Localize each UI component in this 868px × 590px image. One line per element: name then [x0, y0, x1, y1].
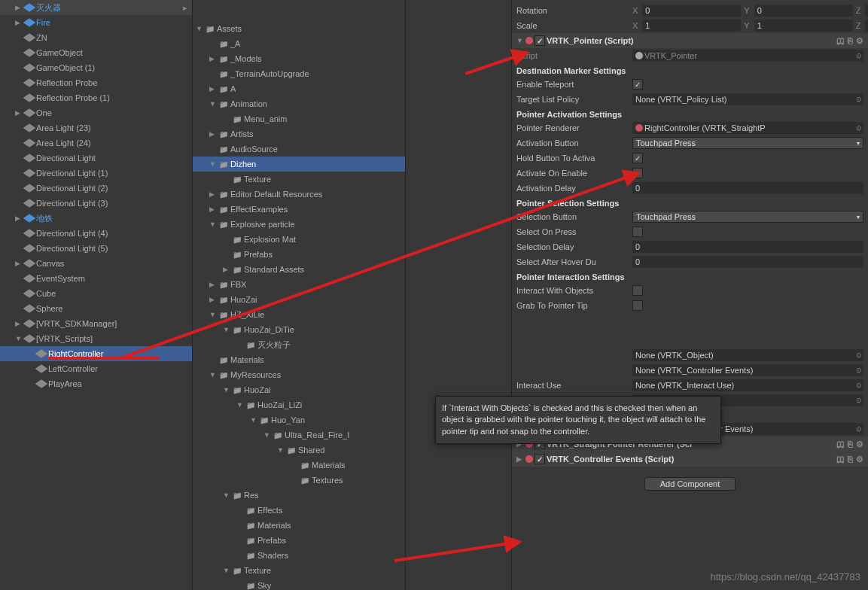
- hierarchy-item[interactable]: ZN: [0, 30, 192, 45]
- hierarchy-item[interactable]: GameObject: [0, 45, 192, 60]
- project-item[interactable]: Materials: [193, 518, 405, 533]
- fold-icon[interactable]: ▼: [209, 371, 218, 379]
- hierarchy-item[interactable]: EventSystem: [0, 271, 192, 286]
- controller-events-field[interactable]: None (VRTK_Controller Events): [632, 364, 863, 376]
- fold-icon[interactable]: ▼: [277, 446, 286, 454]
- project-item[interactable]: Prefabs: [193, 533, 405, 548]
- project-item[interactable]: _A: [193, 36, 405, 51]
- project-item[interactable]: Texture: [193, 172, 405, 187]
- fold-icon[interactable]: ▼: [223, 567, 232, 574]
- scale-z-input[interactable]: [865, 20, 868, 32]
- project-item[interactable]: ▶EffectExamples: [193, 202, 405, 217]
- pointer-renderer-field[interactable]: RightController (VRTK_StraightP: [632, 122, 863, 134]
- hierarchy-item[interactable]: GameObject (1): [0, 60, 192, 75]
- hierarchy-item[interactable]: LeftController: [0, 361, 192, 376]
- project-item[interactable]: ▶Artists: [193, 126, 405, 141]
- rotation-z-input[interactable]: [865, 5, 868, 17]
- project-item[interactable]: _TerrainAutoUpgrade: [193, 66, 405, 81]
- hierarchy-item[interactable]: Sphere: [0, 301, 192, 316]
- selection-button-dropdown[interactable]: Touchpad Press: [632, 211, 863, 223]
- hierarchy-item[interactable]: Directional Light (1): [0, 166, 192, 181]
- project-item[interactable]: ▼Explosive particle: [193, 217, 405, 232]
- project-item[interactable]: ▼Ultra_Real_Fire_I: [193, 427, 405, 442]
- activation-button-dropdown[interactable]: Touchpad Press: [632, 137, 863, 149]
- hierarchy-item[interactable]: PlayArea: [0, 376, 192, 391]
- project-item[interactable]: ▶FBX: [193, 277, 405, 292]
- project-item[interactable]: Textures: [193, 473, 405, 488]
- scale-y-input[interactable]: [754, 20, 853, 32]
- fold-icon[interactable]: ▼: [223, 326, 232, 333]
- project-item[interactable]: ▼Animation: [193, 96, 405, 111]
- project-item[interactable]: 灭火粒子: [193, 337, 405, 352]
- project-item[interactable]: ▶Standard Assets: [193, 262, 405, 277]
- add-component-button[interactable]: Add Component: [644, 477, 736, 491]
- activation-delay-input[interactable]: [632, 182, 863, 194]
- target-list-policy-field[interactable]: None (VRTK_Policy List): [632, 93, 863, 105]
- project-item[interactable]: ▼Huo_Yan: [193, 412, 405, 427]
- hierarchy-item[interactable]: Directional Light (3): [0, 196, 192, 211]
- rotation-y-input[interactable]: [754, 5, 853, 17]
- help-icon[interactable]: 🕮: [836, 36, 845, 46]
- project-item[interactable]: AudioSource: [193, 141, 405, 157]
- project-item[interactable]: ▼HuoZai: [193, 382, 405, 397]
- hierarchy-item[interactable]: Directional Light: [0, 151, 192, 166]
- project-item[interactable]: Menu_anim: [193, 111, 405, 126]
- hierarchy-item[interactable]: RightController: [0, 346, 192, 361]
- enable-teleport-checkbox[interactable]: ✓: [632, 79, 643, 90]
- project-item[interactable]: Effects: [193, 503, 405, 518]
- project-item[interactable]: ▼MyResources: [193, 367, 405, 382]
- hold-button-checkbox[interactable]: ✓: [632, 153, 643, 163]
- hierarchy-item[interactable]: ▶Canvas: [0, 256, 192, 271]
- project-item[interactable]: ▼Texture: [193, 563, 405, 578]
- help-icon[interactable]: 🕮: [836, 439, 845, 449]
- script-field[interactable]: VRTK_Pointer: [632, 50, 863, 62]
- fold-icon[interactable]: ▼: [209, 220, 218, 228]
- fold-icon[interactable]: ▶: [209, 55, 218, 62]
- hierarchy-item[interactable]: Cube: [0, 286, 192, 301]
- project-item[interactable]: Prefabs: [193, 247, 405, 262]
- hierarchy-item[interactable]: Reflection Probe (1): [0, 90, 192, 105]
- project-item[interactable]: Sky: [193, 578, 405, 590]
- fold-icon[interactable]: ▼: [209, 160, 218, 168]
- project-item[interactable]: ▼Res: [193, 488, 405, 503]
- project-item[interactable]: ▼HZ_XiLie: [193, 307, 405, 322]
- hierarchy-item[interactable]: ▼[VRTK_Scripts]: [0, 331, 192, 346]
- interact-use-field[interactable]: None (VRTK_Interact Use): [632, 379, 863, 391]
- fold-icon[interactable]: ▼: [223, 491, 232, 499]
- project-item[interactable]: Materials: [193, 458, 405, 473]
- fold-icon[interactable]: ▼: [209, 100, 218, 108]
- project-item[interactable]: ▼Assets: [193, 21, 405, 36]
- project-item[interactable]: Shaders: [193, 548, 405, 563]
- component-enable-checkbox[interactable]: ✓: [535, 454, 545, 464]
- project-item[interactable]: ▶_Models: [193, 51, 405, 66]
- object-field[interactable]: None (VRTK_Object): [632, 349, 863, 361]
- gear-icon[interactable]: ⚙: [856, 455, 863, 464]
- select-on-press-checkbox[interactable]: [632, 227, 643, 237]
- fold-icon[interactable]: ▶: [223, 266, 232, 273]
- project-item[interactable]: ▶HuoZai: [193, 292, 405, 307]
- select-after-hover-input[interactable]: [632, 256, 863, 268]
- hierarchy-item[interactable]: ▶Fire: [0, 15, 192, 30]
- fold-icon[interactable]: ▶: [209, 190, 218, 198]
- project-item[interactable]: ▼Dizhen: [193, 157, 405, 172]
- hierarchy-item[interactable]: ▶地铁: [0, 211, 192, 226]
- selection-delay-input[interactable]: [632, 241, 863, 253]
- fold-icon[interactable]: ▶: [209, 130, 218, 138]
- preset-icon[interactable]: ⎘: [848, 439, 853, 449]
- fold-icon[interactable]: ▶: [209, 85, 218, 93]
- hierarchy-item[interactable]: ▶灭火器▸: [0, 0, 192, 15]
- gear-icon[interactable]: ⚙: [856, 36, 863, 46]
- vrtk-controller-events-header[interactable]: ▶ ✓ VRTK_Controller Events (Script) 🕮⎘⚙: [512, 452, 868, 467]
- project-item[interactable]: ▼HuoZai_DiTie: [193, 322, 405, 337]
- fold-icon[interactable]: ▼: [196, 25, 205, 32]
- fold-icon[interactable]: ▼: [250, 416, 259, 424]
- scale-x-input[interactable]: [642, 20, 741, 32]
- hierarchy-item[interactable]: Area Light (24): [0, 135, 192, 151]
- interact-with-objects-checkbox[interactable]: [632, 285, 643, 296]
- project-item[interactable]: Explosion Mat: [193, 232, 405, 247]
- hierarchy-item[interactable]: Reflection Probe: [0, 75, 192, 90]
- preset-icon[interactable]: ⎘: [848, 455, 853, 464]
- project-item[interactable]: ▶A: [193, 81, 405, 96]
- hierarchy-item[interactable]: Directional Light (4): [0, 226, 192, 241]
- project-item[interactable]: ▼Shared: [193, 442, 405, 458]
